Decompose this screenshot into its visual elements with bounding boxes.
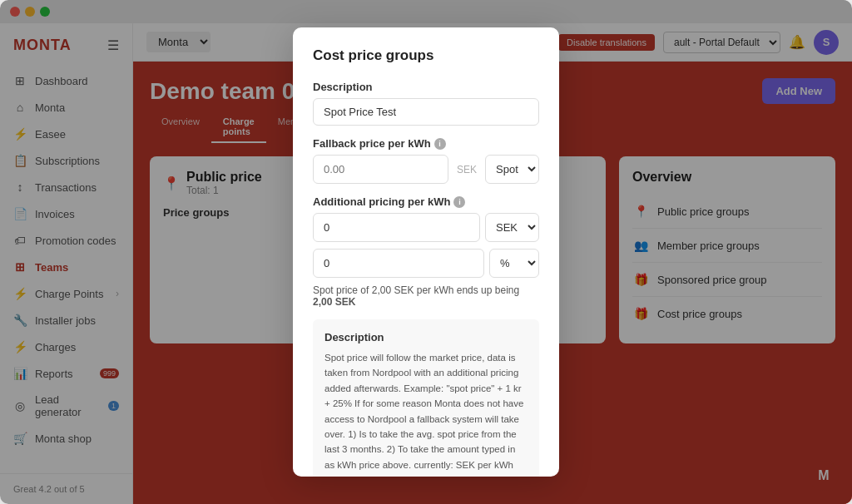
additional-currency-select[interactable]: SEK <box>485 213 539 242</box>
modal-cost-price-groups: Cost price groups Description Fallback p… <box>293 27 559 477</box>
modal-title: Cost price groups <box>313 47 539 64</box>
fallback-info-icon[interactable]: i <box>434 138 446 150</box>
additional-row-sek: SEK <box>313 213 539 242</box>
description-label: Description <box>313 81 539 93</box>
description-box: Description Spot price will follow the m… <box>313 319 539 477</box>
additional-row-pct: % <box>313 249 539 278</box>
fallback-row: SEK Spot <box>313 155 539 184</box>
window: MONTA ☰ ⊞ Dashboard ⌂ Monta ⚡ Easee 📋 Su… <box>0 0 852 504</box>
fallback-currency-label: SEK <box>453 155 480 184</box>
additional-info-icon[interactable]: i <box>453 196 465 208</box>
additional-input-pct[interactable] <box>313 249 484 278</box>
fallback-label: Fallback price per kWh i <box>313 137 539 150</box>
desc-box-title: Description <box>324 331 528 343</box>
additional-unit-select[interactable]: % <box>489 249 539 278</box>
additional-input-sek[interactable] <box>313 213 480 242</box>
fallback-type-select[interactable]: Spot <box>485 155 539 184</box>
description-input[interactable] <box>313 98 539 126</box>
fallback-input[interactable] <box>313 155 448 184</box>
additional-label: Additional pricing per kWh i <box>313 195 539 208</box>
desc-box-text: Spot price will follow the market price,… <box>324 350 528 477</box>
spot-info: Spot price of 2,00 SEK per kWh ends up b… <box>313 284 539 308</box>
